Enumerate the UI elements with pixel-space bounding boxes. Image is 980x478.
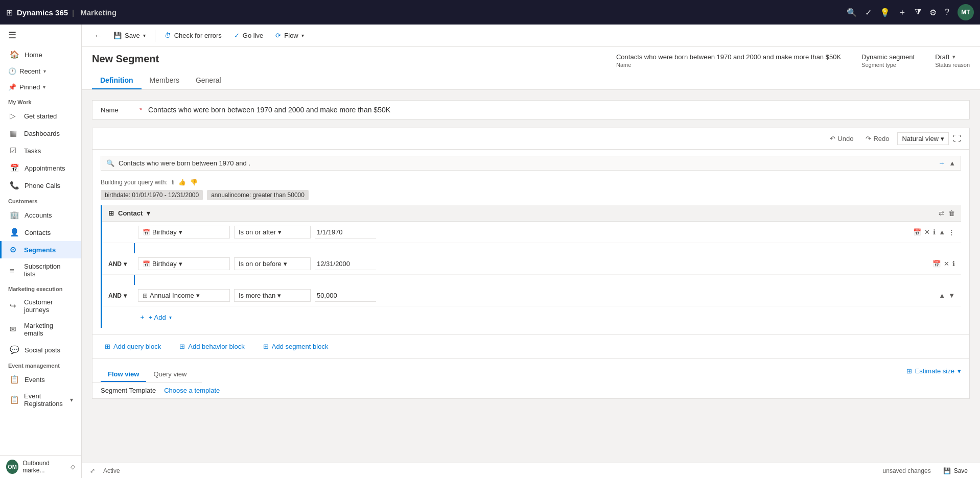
query-search-text[interactable]: Contacts who were born between 1970 and …: [119, 159, 934, 167]
tab-general[interactable]: General: [188, 72, 229, 89]
tasks-icon[interactable]: ✓: [865, 8, 872, 17]
info-icon2[interactable]: ℹ: [952, 260, 955, 268]
save-chevron[interactable]: ▾: [143, 33, 146, 38]
sidebar-item-subscription-lists[interactable]: ≡ Subscription lists: [0, 258, 81, 282]
grid-icon[interactable]: ⊞: [6, 8, 13, 17]
segment-template-label: Segment Template: [101, 387, 156, 394]
flow-button[interactable]: ⟳ Flow ▾: [270, 29, 309, 42]
add-behavior-block-button[interactable]: ⊞ Add behavior block: [175, 341, 249, 352]
chevron-up-icon[interactable]: ▲: [949, 159, 955, 167]
move-up-icon3[interactable]: ▲: [939, 292, 945, 299]
add-condition-button[interactable]: ＋ + Add ▾: [133, 308, 178, 326]
sidebar-item-marketing-emails[interactable]: ✉ Marketing emails: [0, 318, 81, 341]
arrow-right-icon[interactable]: →: [938, 159, 945, 167]
query-block-icon: ⊞: [105, 343, 110, 350]
save-button[interactable]: 💾 Save ▾: [108, 29, 151, 42]
condition-value-1[interactable]: 1/1/1970: [315, 226, 376, 238]
condition-value-3[interactable]: 50,000: [315, 290, 376, 302]
calendar-icon2[interactable]: 📅: [932, 260, 941, 268]
move-up-icon[interactable]: ▲: [939, 228, 945, 236]
condition-and-connector[interactable]: AND ▾: [108, 260, 134, 268]
clear-icon[interactable]: ✕: [924, 228, 930, 236]
sidebar-item-social-posts[interactable]: 💬 Social posts: [0, 341, 81, 358]
choose-template-link[interactable]: Choose a template: [164, 387, 220, 394]
thumbs-up-icon[interactable]: 👍: [178, 179, 186, 186]
add-query-block-button[interactable]: ⊞ Add query block: [101, 341, 165, 352]
tab-flow-view[interactable]: Flow view: [101, 367, 146, 382]
condition-operator-1[interactable]: Is on or after ▾: [234, 226, 311, 238]
add-chevron-icon[interactable]: ▾: [169, 315, 172, 320]
name-value[interactable]: Contacts who were born between 1970 and …: [148, 106, 390, 114]
view-select[interactable]: Natural view ▾: [897, 132, 949, 145]
undo-button[interactable]: ↶ Undo: [826, 133, 857, 145]
sidebar-item-contacts[interactable]: 👤 Contacts: [0, 224, 81, 241]
tab-members[interactable]: Members: [142, 72, 188, 89]
sidebar-item-segments[interactable]: ⊙ Segments: [0, 241, 81, 258]
segment-name-value: Contacts who were born between 1970 and …: [616, 53, 841, 61]
thumbs-down-icon[interactable]: 👎: [190, 179, 198, 186]
check-errors-button[interactable]: ⏱ Check for errors: [159, 29, 227, 42]
dashboard-icon: ▦: [10, 129, 19, 138]
condition-and-connector-2[interactable]: AND ▾: [108, 292, 134, 299]
sidebar-item-events[interactable]: 📋 Events: [0, 371, 81, 388]
info-icon[interactable]: ℹ: [933, 228, 936, 236]
resize-icon[interactable]: ⤢: [90, 467, 95, 474]
condition-field-3[interactable]: ⊞ Annual Income ▾: [138, 289, 230, 302]
clear-icon2[interactable]: ✕: [944, 260, 949, 268]
sidebar-item-phone-calls[interactable]: 📞 Phone Calls: [0, 177, 81, 194]
add-icon[interactable]: ＋: [898, 7, 906, 18]
my-work-section: My Work: [0, 95, 81, 107]
condition-operator-2[interactable]: Is on or before ▾: [234, 257, 311, 270]
move-down-icon3[interactable]: ▼: [948, 292, 955, 299]
sidebar-avatar: OM: [6, 460, 18, 474]
expand-icon[interactable]: ⛶: [953, 134, 961, 144]
sidebar-item-pinned[interactable]: 📌 Pinned ▾: [0, 79, 81, 95]
condition-operator-3[interactable]: Is more than ▾: [234, 289, 311, 302]
sidebar-item-tasks[interactable]: ☑ Tasks: [0, 142, 81, 159]
sidebar-item-home[interactable]: 🏠 Home: [0, 46, 81, 63]
list-icon: ≡: [10, 266, 19, 275]
command-bar: ← 💾 Save ▾ ⏱ Check for errors ✓ Go live …: [82, 25, 980, 47]
condition-value-2[interactable]: 12/31/2000: [315, 258, 376, 270]
sidebar-footer[interactable]: OM Outbound marke... ◇: [0, 455, 81, 478]
settings-icon[interactable]: ⚙: [929, 8, 937, 17]
tab-definition[interactable]: Definition: [92, 72, 142, 89]
lightbulb-icon[interactable]: 💡: [880, 8, 890, 17]
page-header: New Segment Contacts who were born betwe…: [82, 47, 980, 90]
tab-query-view[interactable]: Query view: [146, 367, 194, 382]
help-icon[interactable]: ?: [945, 8, 949, 17]
go-live-button[interactable]: ✓ Go live: [229, 29, 268, 42]
flow-chevron[interactable]: ▾: [301, 33, 304, 38]
sidebar-item-get-started[interactable]: ▷ Get started: [0, 107, 81, 125]
events-icon: 📋: [10, 375, 19, 384]
condition-field-1[interactable]: 📅 Birthday ▾: [138, 226, 230, 238]
calendar-icon[interactable]: 📅: [913, 228, 921, 236]
condition-field-2[interactable]: 📅 Birthday ▾: [138, 257, 230, 270]
user-avatar[interactable]: MT: [958, 4, 974, 20]
sidebar-item-customer-journeys[interactable]: ↪ Customer journeys: [0, 294, 81, 318]
sidebar-item-recent[interactable]: 🕐 Recent ▾: [0, 63, 81, 79]
share-icon[interactable]: ⇄: [939, 209, 944, 217]
segment-status-label: Status reason: [935, 62, 970, 68]
name-label: Name: [101, 106, 131, 114]
search-icon[interactable]: 🔍: [847, 8, 857, 17]
active-status: Active: [103, 467, 120, 474]
add-segment-block-button[interactable]: ⊞ Add segment block: [259, 341, 333, 352]
back-button[interactable]: ←: [90, 28, 106, 43]
add-icon: ＋: [139, 313, 146, 322]
sidebar-item-appointments[interactable]: 📅 Appointments: [0, 159, 81, 177]
status-chevron-icon[interactable]: ▾: [952, 54, 955, 60]
redo-button[interactable]: ↷ Redo: [861, 133, 893, 145]
contact-chevron-icon[interactable]: ▾: [147, 209, 150, 217]
hamburger-button[interactable]: ☰: [0, 25, 81, 46]
filter-icon[interactable]: ⧩: [915, 8, 921, 17]
bottom-save-button[interactable]: 💾 Save: [939, 466, 972, 475]
delete-icon[interactable]: 🗑: [948, 209, 955, 217]
segment-template-row: Segment Template Choose a template: [92, 383, 969, 398]
sidebar-item-accounts[interactable]: 🏢 Accounts: [0, 206, 81, 224]
more-icon[interactable]: ⋮: [948, 228, 955, 236]
estimate-size-row[interactable]: ⊞ Estimate size ▾: [898, 363, 969, 379]
field-chevron-icon: ▾: [179, 228, 182, 236]
sidebar-item-event-registrations[interactable]: 📋 Event Registrations ▾: [0, 388, 81, 412]
sidebar-item-dashboards[interactable]: ▦ Dashboards: [0, 125, 81, 142]
